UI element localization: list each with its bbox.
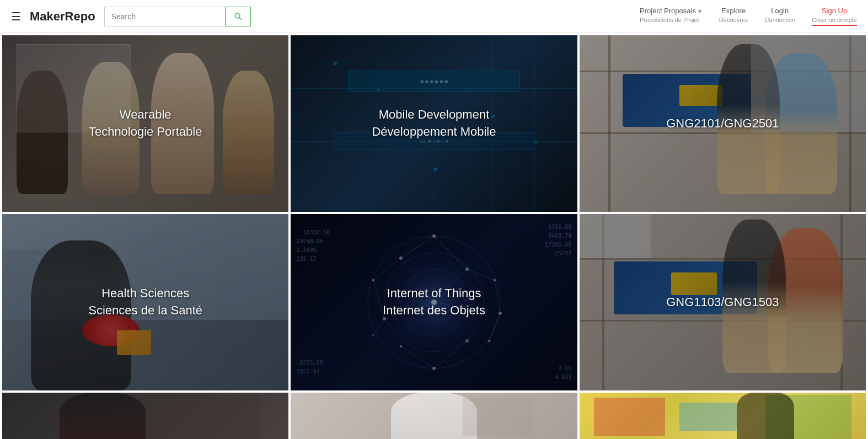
nav-login-sub: Connection — [764, 16, 795, 24]
nav-signup[interactable]: Sign Up Créer un compte — [812, 7, 857, 26]
nav-signup-main: Sign Up — [822, 7, 847, 16]
tile-bottom1[interactable] — [2, 393, 288, 439]
tile-bottom3[interactable] — [580, 393, 866, 439]
logo[interactable]: MakerRepo — [30, 9, 95, 24]
tile-health[interactable]: Health Sciences Sciences de la Santé — [2, 214, 288, 390]
logo-suffix: Repo — [65, 9, 95, 23]
svg-point-23 — [399, 256, 403, 260]
nav-explore-main: Explore — [721, 7, 746, 16]
nav-explore-sub: Découvrez — [719, 16, 748, 24]
search-icon — [234, 12, 243, 21]
tile-gng1103-bg — [580, 214, 866, 390]
svg-point-20 — [432, 234, 436, 238]
search-input[interactable] — [104, 7, 226, 26]
nav-proposals[interactable]: Project Proposals ▼ Propositions de Proj… — [640, 7, 703, 24]
logo-prefix: Maker — [30, 9, 65, 23]
tile-wearable-bg — [2, 35, 288, 212]
tile-health-bg — [2, 214, 288, 390]
hamburger-menu[interactable]: ☰ — [11, 10, 21, 23]
tile-iot-bg: - 16330.50 29748.06 1.568% 135.17 6715.8… — [291, 214, 577, 390]
nav-explore[interactable]: Explore Découvrez — [719, 7, 748, 24]
nav-login-main: Login — [771, 7, 789, 16]
svg-point-24 — [372, 279, 374, 282]
svg-line-13 — [489, 313, 500, 341]
svg-point-30 — [465, 339, 469, 342]
iot-globe-svg — [357, 225, 511, 379]
svg-point-21 — [465, 267, 469, 271]
proposals-dropdown-icon: ▼ — [697, 8, 703, 15]
nav-proposals-sub: Propositions de Projet — [640, 16, 699, 24]
search-wrapper — [104, 7, 251, 26]
svg-point-0 — [235, 13, 240, 18]
nav-proposals-main: Project Proposals — [640, 7, 696, 16]
svg-line-1 — [239, 18, 242, 20]
nav-signup-sub: Créer un compte — [812, 16, 857, 24]
svg-point-25 — [383, 317, 386, 320]
header-nav: Project Proposals ▼ Propositions de Proj… — [640, 7, 857, 26]
search-button[interactable] — [226, 7, 251, 26]
tile-iot[interactable]: - 16330.50 29748.06 1.568% 135.17 6715.8… — [291, 214, 577, 390]
header: ☰ MakerRepo Project Proposals ▼ Proposit… — [0, 0, 868, 33]
svg-point-27 — [499, 312, 502, 315]
main-content: Wearable Technologie Portable — [0, 33, 868, 439]
bottom-row — [0, 393, 868, 439]
tile-mobile-dev[interactable]: ■ ■ ■ ■ ■ ■ CE ■ □ ■ □ ■ Mobile Developm… — [291, 35, 577, 212]
tile-mobile-bg: ■ ■ ■ ■ ■ ■ CE ■ □ ■ □ ■ — [291, 35, 577, 212]
svg-line-12 — [495, 280, 500, 313]
tile-bottom2[interactable] — [291, 393, 577, 439]
svg-point-28 — [487, 340, 490, 342]
svg-point-32 — [431, 299, 437, 305]
tile-gng2101-bg — [580, 35, 866, 212]
tile-gng1103[interactable]: GNG1103/GNG1503 — [580, 214, 866, 390]
svg-point-31 — [399, 345, 402, 348]
svg-point-26 — [372, 334, 374, 336]
tile-gng2101[interactable]: GNG2101/GNG2501 — [580, 35, 866, 212]
svg-line-11 — [373, 319, 384, 335]
header-left: ☰ MakerRepo — [11, 7, 251, 26]
svg-point-29 — [432, 367, 436, 370]
category-grid: Wearable Technologie Portable — [0, 33, 868, 393]
nav-login[interactable]: Login Connection — [764, 7, 795, 24]
tile-wearable[interactable]: Wearable Technologie Portable — [2, 35, 288, 212]
svg-point-22 — [493, 279, 496, 282]
